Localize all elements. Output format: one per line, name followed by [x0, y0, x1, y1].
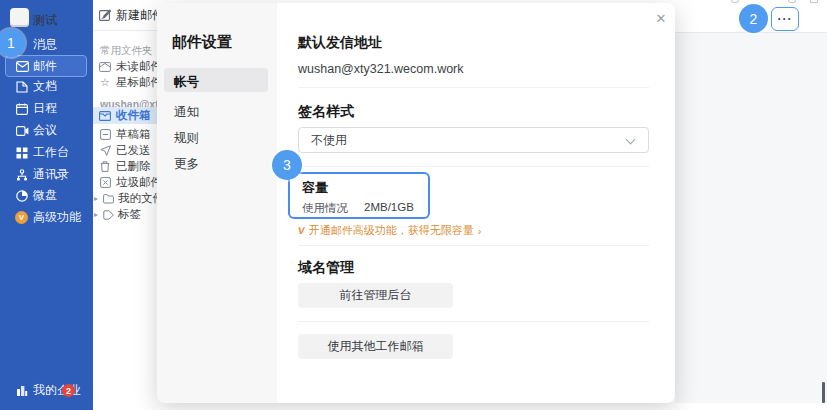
sidebar-item-docs[interactable]: 文档 — [0, 76, 93, 97]
capacity-usage-label: 使用情况 — [302, 201, 348, 216]
panel-divider — [93, 30, 160, 31]
tag-icon — [102, 209, 114, 221]
spam-icon — [99, 177, 111, 189]
capacity-usage-value: 2MB/1GB — [364, 201, 414, 213]
settings-tab-more[interactable]: 更多 — [174, 156, 199, 173]
section-divider — [298, 87, 649, 88]
expand-caret-icon[interactable]: ▸ — [94, 194, 98, 203]
settings-title: 邮件设置 — [172, 33, 232, 52]
sidebar-item-calendar[interactable]: 日程 — [0, 98, 93, 119]
sidebar-item-meeting[interactable]: 会议 — [0, 120, 93, 141]
go-admin-console-button[interactable]: 前往管理后台 — [298, 283, 453, 308]
workspace-avatar[interactable] — [10, 8, 29, 27]
premium-v-icon: V — [297, 225, 305, 236]
window-bottom-strip — [157, 403, 827, 410]
folder-drafts[interactable]: 草稿箱 — [93, 126, 160, 143]
domain-heading: 域名管理 — [298, 259, 354, 277]
signature-select[interactable]: 不使用 — [298, 127, 649, 153]
document-icon — [15, 80, 29, 94]
capacity-heading: 容量 — [302, 179, 328, 197]
sent-icon — [99, 145, 111, 157]
disk-icon — [15, 189, 29, 203]
folder-icon — [102, 193, 114, 205]
sidebar-item-my-company[interactable]: 我的企业 2 — [0, 380, 93, 401]
sidebar-item-workbench[interactable]: 工作台 — [0, 142, 93, 163]
mail-folder-panel: 新建邮件 常用文件夹 未读邮件 ☆ 星标邮件 wushan@xty3 收件箱 — [93, 0, 160, 410]
compose-mail-button[interactable]: 新建邮件 — [93, 6, 160, 24]
sidebar-item-premium-features[interactable]: V 高级功能 — [0, 207, 93, 228]
mail-settings-modal: 邮件设置 帐号 通知 规则 更多 ✕ 默认发信地址 wushan@xty321.… — [157, 3, 675, 403]
premium-v-icon: V — [15, 211, 28, 224]
default-address-value: wushan@xty321.wecom.work — [298, 62, 464, 76]
step-annotation-2: 2 — [739, 4, 768, 33]
section-divider — [298, 245, 649, 246]
section-divider — [298, 321, 649, 322]
star-icon: ☆ — [99, 77, 111, 89]
unread-mail-icon — [99, 61, 111, 73]
folder-inbox[interactable]: 收件箱 — [93, 107, 160, 124]
clipped-toolbar-icon — [810, 0, 818, 3]
sidebar-item-contacts[interactable]: 通讯录 — [0, 164, 93, 185]
step-annotation-3: 3 — [272, 150, 302, 180]
folder-spam[interactable]: 垃圾邮件 — [93, 174, 160, 191]
folder-unread[interactable]: 未读邮件 — [93, 58, 160, 75]
section-divider — [298, 166, 649, 167]
mail-content-area — [675, 0, 827, 410]
default-address-heading: 默认发信地址 — [298, 34, 382, 52]
settings-tab-rules[interactable]: 规则 — [174, 130, 199, 147]
company-icon — [15, 384, 29, 398]
org-chart-icon — [15, 168, 29, 182]
more-options-button[interactable]: ··· — [771, 7, 799, 31]
folder-deleted[interactable]: 已删除 — [93, 158, 160, 175]
trash-icon — [99, 161, 111, 173]
capacity-highlight-box: 容量 使用情况 2MB/1GB — [288, 172, 430, 219]
calendar-icon — [15, 102, 29, 116]
folder-my-folders[interactable]: ▸ 我的文件夹 — [93, 190, 160, 207]
company-unread-badge: 2 — [62, 384, 75, 397]
folder-sent[interactable]: 已发送 — [93, 142, 160, 159]
common-folders-label: 常用文件夹 — [93, 42, 160, 59]
close-icon[interactable]: ✕ — [651, 8, 671, 28]
sidebar-item-mail[interactable]: 邮件 — [0, 56, 93, 77]
sidebar-item-drive[interactable]: 微盘 — [0, 185, 93, 206]
folder-starred[interactable]: ☆ 星标邮件 — [93, 74, 160, 91]
chevron-down-icon — [626, 135, 636, 145]
grid-icon — [15, 146, 29, 160]
app-window: 测试 消息 邮件 文档 日程 会议 — [0, 0, 827, 410]
draft-icon — [99, 129, 111, 141]
text-cursor — [822, 382, 825, 403]
video-camera-icon — [15, 124, 29, 138]
signature-heading: 签名样式 — [298, 103, 354, 121]
settings-tab-notifications[interactable]: 通知 — [174, 104, 199, 121]
workspace-name: 测试 — [33, 12, 57, 29]
mail-icon — [15, 60, 29, 74]
compose-icon — [99, 9, 111, 21]
premium-promo-text: 开通邮件高级功能，获得无限容量 — [309, 223, 474, 238]
app-sidebar: 测试 消息 邮件 文档 日程 会议 — [0, 0, 93, 410]
folder-tags[interactable]: ▸ 标签 — [93, 206, 160, 223]
signature-selected-option: 不使用 — [311, 132, 347, 149]
expand-caret-icon[interactable]: ▸ — [94, 210, 98, 219]
settings-tab-account[interactable]: 帐号 — [174, 74, 199, 91]
settings-nav: 邮件设置 帐号 通知 规则 更多 — [157, 3, 277, 403]
premium-promo-link[interactable]: V 开通邮件高级功能，获得无限容量 › — [298, 223, 481, 238]
arrow-right-icon: › — [478, 225, 482, 237]
inbox-icon — [99, 110, 111, 122]
use-other-mailbox-button[interactable]: 使用其他工作邮箱 — [298, 334, 453, 359]
